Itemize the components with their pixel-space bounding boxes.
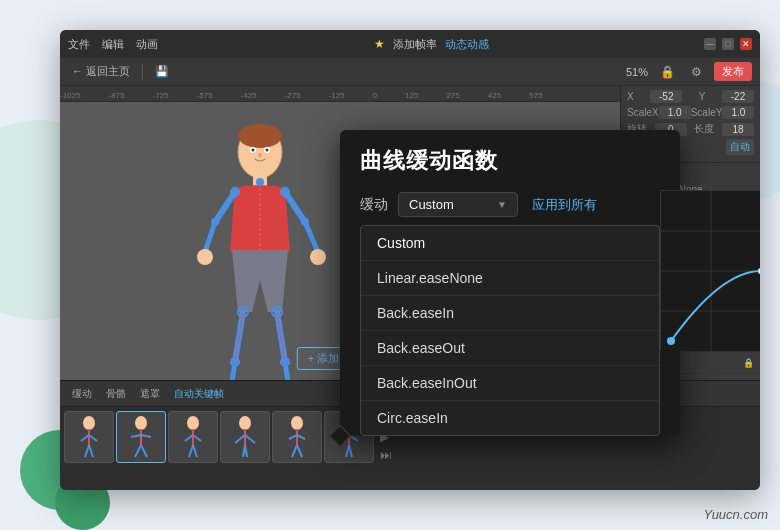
publish-button[interactable]: 发布 — [714, 62, 752, 81]
curve-chart — [660, 190, 760, 350]
width-value[interactable]: 18 — [722, 123, 754, 136]
dropdown-item-back-easeout[interactable]: Back.easeOut — [361, 331, 659, 366]
modal-title: 曲线缓动函数 — [360, 146, 660, 176]
title-label: 添加帧率 — [393, 37, 437, 52]
svg-point-31 — [256, 178, 264, 186]
curve-easing-modal: 曲线缓动函数 缓动 Custom ▼ 应用到所有 Custom Linear.e… — [340, 130, 680, 436]
window-minimize[interactable]: — — [704, 38, 716, 50]
tab-auto-keyframe[interactable]: 自动关键帧 — [170, 386, 228, 402]
easing-select[interactable]: Custom ▼ — [398, 192, 518, 217]
frame-thumb-1[interactable] — [64, 411, 114, 463]
coord-x-label: X — [627, 91, 634, 102]
svg-point-44 — [187, 416, 199, 430]
ruler-mark: -725 — [152, 91, 168, 101]
save-button[interactable]: 💾 — [151, 63, 173, 80]
apply-all-button[interactable]: 应用到所有 — [532, 196, 597, 214]
ruler-mark: -575 — [197, 91, 213, 101]
coord-x-value[interactable]: -52 — [650, 90, 682, 103]
svg-point-5 — [266, 149, 269, 152]
dropdown-item-back-easein[interactable]: Back.easeIn — [361, 296, 659, 331]
easing-label: 缓动 — [360, 196, 388, 214]
svg-point-56 — [291, 416, 303, 430]
svg-point-4 — [252, 149, 255, 152]
anchor-value[interactable]: 自动 — [726, 139, 754, 155]
ruler-mark: -875 — [108, 91, 124, 101]
scale-row: ScaleX 1.0 ScaleY 1.0 — [627, 106, 754, 119]
svg-line-52 — [235, 435, 245, 443]
mini-next-icon[interactable]: ⏭ — [380, 448, 392, 462]
tab-easing[interactable]: 缓动 — [68, 386, 96, 402]
menu-bar: 文件 编辑 动画 — [68, 37, 158, 52]
svg-line-11 — [305, 222, 318, 252]
svg-line-49 — [193, 445, 197, 457]
menu-animate[interactable]: 动画 — [136, 37, 158, 52]
main-toolbar: ← 返回主页 💾 51% 🔒 ⚙ 发布 — [60, 58, 760, 86]
tab-bone[interactable]: 骨骼 — [102, 386, 130, 402]
svg-line-10 — [285, 192, 305, 222]
ruler-mark: 575 — [529, 91, 542, 101]
svg-line-59 — [297, 435, 305, 439]
scale-x-label: ScaleX — [627, 107, 659, 118]
svg-line-9 — [205, 222, 215, 252]
svg-point-38 — [135, 416, 147, 430]
scale-x-value[interactable]: 1.0 — [659, 106, 691, 119]
dropdown-item-back-easeinout[interactable]: Back.easeInOut — [361, 366, 659, 401]
dropdown-item-circ-easein[interactable]: Circ.easeIn — [361, 401, 659, 435]
svg-line-48 — [189, 445, 193, 457]
scale-y-value[interactable]: 1.0 — [722, 106, 754, 119]
svg-line-67 — [349, 445, 352, 457]
ruler-mark: -275 — [285, 91, 301, 101]
svg-line-47 — [193, 435, 201, 441]
easing-dropdown: Custom Linear.easeNone Back.easeIn Back.… — [360, 225, 660, 436]
app-window: 文件 编辑 动画 ★ 添加帧率 动态动感 — □ ✕ ← 返回主页 💾 51% … — [60, 30, 760, 490]
back-home-button[interactable]: ← 返回主页 — [68, 62, 134, 81]
svg-line-55 — [245, 445, 247, 457]
character-svg — [180, 122, 340, 380]
ruler-mark: 125 — [405, 91, 418, 101]
frame-thumb-4[interactable] — [220, 411, 270, 463]
ruler-mark: -1025 — [60, 91, 80, 101]
title-active: 动态动感 — [445, 37, 489, 52]
chevron-down-icon: ▼ — [497, 199, 507, 210]
menu-file[interactable]: 文件 — [68, 37, 90, 52]
svg-line-42 — [135, 445, 141, 457]
window-close[interactable]: ✕ — [740, 38, 752, 50]
svg-point-50 — [239, 416, 251, 430]
title-center: ★ 添加帧率 动态动感 — [158, 37, 704, 52]
svg-line-35 — [89, 435, 97, 441]
svg-line-46 — [185, 435, 193, 441]
svg-line-40 — [131, 435, 141, 437]
frame-thumb-3[interactable] — [168, 411, 218, 463]
svg-point-75 — [667, 337, 675, 345]
coord-x-row: X -52 Y -22 — [627, 90, 754, 103]
dropdown-item-linear[interactable]: Linear.easeNone — [361, 261, 659, 296]
easing-selected-value: Custom — [409, 197, 454, 212]
menu-edit[interactable]: 编辑 — [102, 37, 124, 52]
ruler-mark: 0 — [373, 91, 377, 101]
svg-point-12 — [197, 249, 213, 265]
settings-icon[interactable]: ⚙ — [687, 63, 706, 81]
window-controls: — □ ✕ — [704, 38, 752, 50]
svg-point-1 — [238, 124, 282, 148]
toolbar-sep1 — [142, 64, 143, 80]
coord-y-value[interactable]: -22 — [722, 90, 754, 103]
svg-line-34 — [81, 435, 89, 441]
svg-line-36 — [85, 445, 89, 457]
scale-y-label: ScaleY — [691, 107, 723, 118]
dropdown-item-custom[interactable]: Custom — [361, 226, 659, 261]
share-icon[interactable]: 🔒 — [656, 63, 679, 81]
width-label: 长度 — [694, 122, 714, 136]
modal-body: 缓动 Custom ▼ 应用到所有 — [340, 184, 680, 217]
tab-mask[interactable]: 遮罩 — [136, 386, 164, 402]
zoom-level: 51% — [626, 66, 648, 78]
svg-line-60 — [292, 445, 297, 457]
window-maximize[interactable]: □ — [722, 38, 734, 50]
frame-thumb-5[interactable] — [272, 411, 322, 463]
title-bar: 文件 编辑 动画 ★ 添加帧率 动态动感 — □ ✕ — [60, 30, 760, 58]
frame-thumb-2[interactable] — [116, 411, 166, 463]
lock-icon: 🔒 — [743, 358, 754, 368]
ruler-mark: -125 — [329, 91, 345, 101]
svg-line-61 — [297, 445, 302, 457]
svg-point-13 — [310, 249, 326, 265]
svg-point-6 — [258, 153, 262, 158]
